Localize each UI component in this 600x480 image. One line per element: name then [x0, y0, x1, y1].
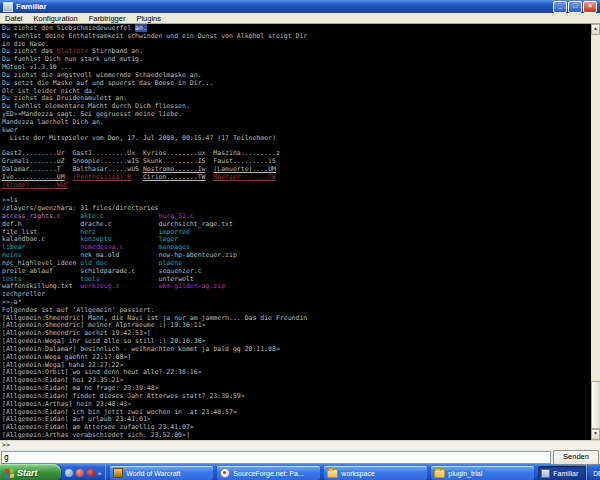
menu-datei[interactable]: Datei [5, 14, 23, 23]
menu-bar: Datei Konfiguration Farbtrigger Plugins [0, 13, 600, 24]
familiar-app-icon [541, 469, 550, 478]
minimize-button[interactable]: _ [553, 1, 567, 13]
terminal-line: zechpreller [2, 291, 591, 299]
terminal-scrollbar[interactable]: ▲ ▼ [591, 24, 600, 440]
scrollbar-thumb[interactable] [591, 381, 600, 429]
scroll-up-icon[interactable]: ▲ [591, 24, 600, 35]
window-title: Familiar [16, 2, 47, 11]
scrollbar-track[interactable] [591, 35, 600, 429]
title-bar[interactable]: Familiar _ □ × [0, 0, 600, 13]
task-button-label: plugin_trial [448, 470, 482, 477]
folder-icon [434, 469, 445, 478]
command-input[interactable] [1, 451, 551, 464]
maximize-button[interactable]: □ [568, 1, 582, 13]
terminal-line [2, 189, 591, 197]
task-button-world-of-warcraft[interactable]: World of Warcraft [110, 466, 213, 480]
start-button[interactable]: Start [0, 464, 61, 480]
terminal-line: Ive...........UM (Penthesilea).R Cirion.… [2, 174, 591, 182]
terminal-line: waffenskillung.txt werkzeug.c wkm-gilden… [2, 283, 591, 291]
task-button-sourceforge[interactable]: SourceForge.net: Pa... [217, 466, 320, 480]
terminal-line: Du fuehlst Dich nun stark und mutig. [2, 56, 591, 64]
quicklaunch-app-icon-3[interactable] [87, 469, 95, 477]
browser-icon [220, 468, 230, 478]
menu-plugins[interactable]: Plugins [136, 14, 161, 23]
task-button-label: Familiar [553, 470, 578, 477]
quick-launch-bar: » [61, 464, 106, 480]
quicklaunch-overflow-icon[interactable]: » [98, 470, 101, 476]
menu-farbtrigger[interactable]: Farbtrigger [89, 14, 126, 23]
task-button-label: workspace [341, 470, 374, 477]
menu-konfiguration[interactable]: Konfiguration [34, 14, 78, 23]
close-button[interactable]: × [583, 1, 597, 13]
start-button-label: Start [17, 468, 38, 478]
prompt-echo: >> [0, 440, 600, 450]
quicklaunch-app-icon-1[interactable] [65, 469, 73, 477]
send-button[interactable]: Senden [553, 450, 599, 465]
familiar-window: Familiar _ □ × Datei Konfiguration Farbt… [0, 0, 600, 464]
scroll-down-icon[interactable]: ▼ [591, 429, 600, 440]
terminal-line: (Erode).......WUC [2, 182, 591, 190]
app-icon [3, 2, 13, 12]
terminal-line: Liste der Mitspieler vom Don, 17. Jul 20… [2, 135, 591, 143]
folder-icon [327, 469, 338, 478]
language-indicator[interactable]: DE [593, 470, 600, 477]
system-tray: DE 00:15 [586, 464, 600, 480]
windows-flag-icon [5, 468, 14, 478]
task-button-label: SourceForge.net: Pa... [233, 470, 303, 477]
quicklaunch-app-icon-2[interactable] [76, 469, 84, 477]
task-button-workspace[interactable]: workspace [324, 466, 427, 480]
command-bar: Senden [0, 450, 600, 464]
task-button-familiar[interactable]: Familiar [538, 466, 586, 480]
world-of-warcraft-icon [113, 468, 123, 478]
task-button-plugin-trial[interactable]: plugin_trial [431, 466, 534, 480]
task-button-label: World of Warcraft [126, 470, 180, 477]
terminal-line: [Allgemein:Arthas verabschiedet sich. 23… [2, 432, 591, 440]
taskbar: Start » World of Warcraft SourceForge.ne… [0, 464, 600, 480]
terminal-line: Mandezza laechelt Dich an. [2, 119, 591, 127]
terminal-output[interactable]: Du ziehst den Siebschmiedewuerfel an.Du … [0, 24, 591, 440]
terminal-line: Du fuehlst deine Enthaltsamkeit schwinde… [2, 33, 591, 41]
